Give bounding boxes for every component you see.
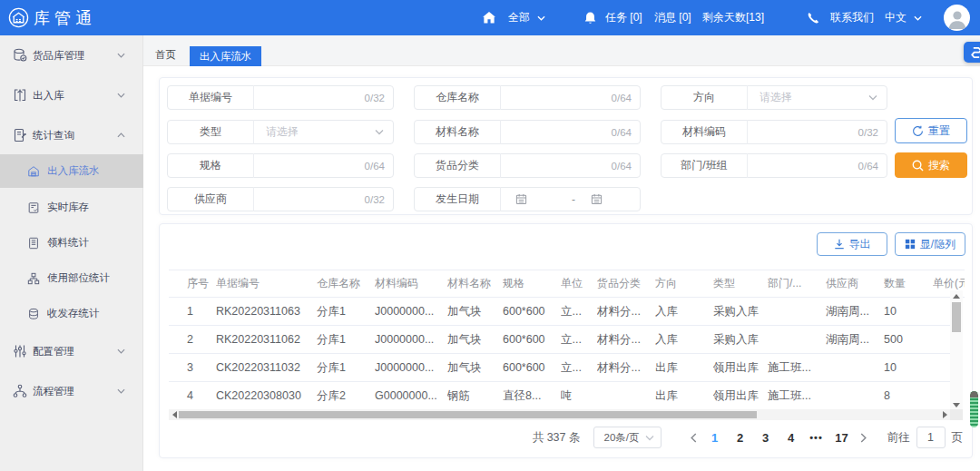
filter-label: 方向 [662,90,747,105]
column-header[interactable]: 供应商 [826,276,884,291]
scroll-up-arrow[interactable] [950,290,963,301]
goto-page-input[interactable] [916,427,946,448]
page-number-4[interactable]: 4 [779,431,804,445]
cell: 8 [884,389,933,402]
prev-page-button[interactable] [684,433,702,443]
material-code-input[interactable]: 0/32 [748,121,887,143]
sliders-icon [13,344,27,358]
scope-selector[interactable]: 全部 [483,0,545,35]
tab-home[interactable]: 首页 [155,48,176,62]
warehouse-input[interactable]: 0/64 [501,86,640,109]
sidebar-item-process-management[interactable]: 流程管理 [0,371,143,411]
table-row[interactable]: 2 RK20220311062 分库1 J0000000... 加气块 600*… [169,326,952,354]
column-header[interactable]: 方向 [655,276,713,291]
filter-spec: 规格 0/64 [167,153,394,178]
vertical-scroll-thumb[interactable] [952,302,961,332]
filter-label: 货品分类 [415,158,500,173]
sidebar-item-material-stats[interactable]: 领料统计 [0,225,143,260]
sidebar-item-in-out[interactable]: 出入库 [0,75,143,115]
cell: 10 [884,361,933,374]
column-header[interactable]: 序号 [181,276,216,291]
cell: 600*600 [503,361,561,374]
page-number-17[interactable]: 17 [829,431,855,445]
chevron-down-icon [117,53,125,58]
filter-label: 材料编码 [662,124,747,140]
sidebar-item-goods-management[interactable]: 货品库管理 [0,35,143,75]
show-hide-columns-button[interactable]: 显/隐列 [895,232,965,256]
reset-button[interactable]: 重置 [895,118,967,143]
category-input[interactable]: 0/64 [501,154,640,177]
column-header[interactable]: 单位 [561,276,597,291]
column-header[interactable]: 类型 [713,276,768,291]
export-button[interactable]: 导出 [817,232,887,256]
messages-menu[interactable]: 消息 [0] [654,0,691,35]
user-avatar[interactable] [944,5,970,31]
column-header[interactable]: 货品分类 [597,276,655,291]
type-select[interactable]: 请选择 [254,121,393,143]
more-pages-icon[interactable]: ••• [804,432,829,443]
page-scrollbar-thumb[interactable] [970,391,978,427]
reset-label: 重置 [928,123,950,139]
filter-label: 规格 [168,158,253,173]
sidebar-item-receipt-stats[interactable]: 收发存统计 [0,296,143,331]
date-range-picker[interactable]: - [501,188,640,211]
sidebar-item-label: 领料统计 [47,236,89,250]
column-header[interactable]: 材料名称 [447,276,503,291]
language-label: 中文 [885,10,906,25]
page-number-3[interactable]: 3 [753,431,779,445]
column-header[interactable]: 材料编码 [375,276,447,291]
department-input[interactable]: 0/64 [748,154,887,177]
table-row[interactable]: 4 CK20220308030 分库2 G0000000... 钢筋 直径8..… [169,382,952,410]
column-header[interactable]: 单据编号 [216,276,317,291]
char-counter: 0/32 [365,194,385,205]
horizontal-scroll-thumb[interactable] [179,411,757,418]
cell: 加气块 [447,304,503,319]
table-row[interactable]: 3 CK20220311032 分库1 J0000000... 加气块 600*… [169,354,952,382]
contact-us[interactable]: 联系我们 [807,0,874,35]
sidebar-item-statistics-query[interactable]: 统计查询 [0,115,143,155]
table-vertical-scrollbar[interactable] [950,290,963,410]
cell: 分库2 [317,388,375,404]
char-counter: 0/64 [612,93,632,103]
char-counter: 0/32 [858,127,878,138]
sidebar-item-config-management[interactable]: 配置管理 [0,331,143,371]
goto-suffix: 页 [952,430,964,446]
page-size-select[interactable]: 20条/页 [593,427,662,448]
next-page-button[interactable] [855,433,873,443]
floating-extension-widget[interactable] [964,42,980,63]
column-header[interactable]: 数量 [884,276,933,291]
sidebar-item-label: 实时库存 [47,201,89,214]
filter-label: 类型 [168,124,253,140]
page-number-2[interactable]: 2 [728,431,753,445]
column-header[interactable]: 单价(元 [933,276,965,291]
column-header[interactable]: 仓库名称 [317,276,375,291]
sidebar-item-realtime-stock[interactable]: 实时库存 [0,190,143,225]
filter-label: 单据编号 [168,90,253,105]
total-count: 共 337 条 [533,430,581,446]
page-number-1[interactable]: 1 [702,431,728,445]
doc-no-input[interactable]: 0/32 [254,86,393,109]
table-row[interactable]: 1 RK20220311063 分库1 J0000000... 加气块 600*… [169,298,952,326]
column-header[interactable]: 规格 [503,276,561,291]
cell: 分库1 [317,332,375,348]
table-horizontal-scrollbar[interactable] [169,409,950,420]
direction-select[interactable]: 请选择 [748,86,887,109]
cell: 湖南周... [826,304,884,319]
cell: 施工班... [768,388,826,404]
sidebar-item-inout-flow[interactable]: 出入库流水 [0,154,143,188]
cell: 1 [181,305,216,318]
sidebar-item-label: 出入库 [33,89,64,103]
column-header[interactable]: 部门/... [768,276,826,291]
search-button[interactable]: 搜索 [895,152,967,178]
language-selector[interactable]: 中文 [885,0,922,35]
material-name-input[interactable]: 0/64 [501,121,640,143]
sidebar-item-usage-stats[interactable]: 使用部位统计 [0,260,143,296]
tab-inout-flow[interactable]: 出入库流水 [190,46,261,66]
supplier-input[interactable]: 0/32 [254,188,393,211]
table-panel: 导出 显/隐列 序号 单据编号 仓库名称 材料编码 材料名称 规格 单位 货品分… [159,223,973,458]
spec-input[interactable]: 0/64 [254,154,393,177]
chevron-down-icon [375,129,384,135]
person-icon [945,5,970,31]
tasks-menu[interactable]: 任务 [0] [584,0,642,35]
scroll-right-arrow[interactable] [939,409,950,420]
